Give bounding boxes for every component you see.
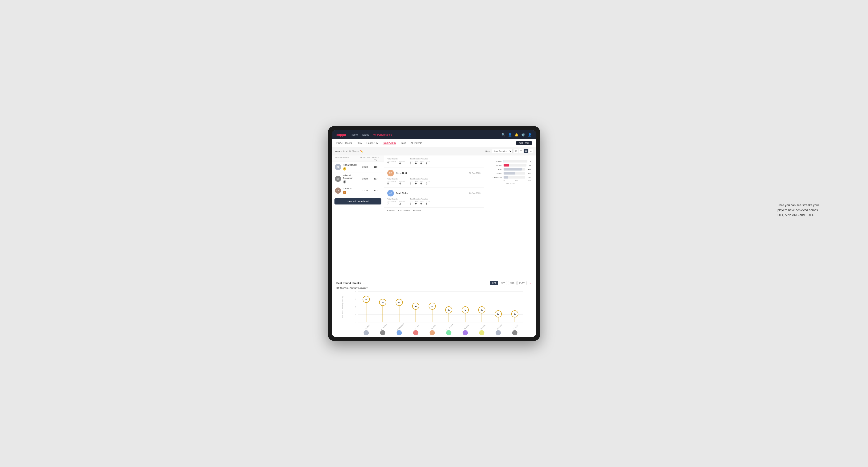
view-leaderboard-button[interactable]: View Full Leaderboard <box>335 198 381 205</box>
total-rounds-group: Total Rounds Tournament 7 Practice 6 <box>387 158 405 165</box>
svg-point-53 <box>413 330 418 335</box>
rees-name: Rees Britt <box>396 172 407 175</box>
bell-icon[interactable]: 🔔 <box>515 133 519 136</box>
ott-label: OTT <box>410 160 413 162</box>
col-name-header: PLAYER NAME <box>335 156 360 161</box>
svg-text:2: 2 <box>355 313 356 316</box>
pars-track <box>503 168 525 170</box>
nav-all-players[interactable]: All Players <box>410 142 422 145</box>
app-value: 0 <box>415 162 418 165</box>
player-row[interactable]: RB Richard Butler 1 19/20 110 <box>332 162 384 173</box>
tablet-frame: clippd Home Teams My Performance 🔍 👤 🔔 ⚙… <box>328 126 540 341</box>
nav-icons: 🔍 👤 🔔 ⚙️ 👤 <box>501 133 532 136</box>
svg-text:4x: 4x <box>481 309 483 311</box>
player-score-1: 19/20 <box>360 165 370 168</box>
svg-text:0: 0 <box>355 321 356 323</box>
chart-bar-bogeys: Bogeys 311 <box>489 172 531 175</box>
nav-pga[interactable]: PGA <box>356 142 362 145</box>
show-label: Show <box>486 150 490 152</box>
avatar-icon[interactable]: 👤 <box>528 133 532 136</box>
subtitle-bold: Off The Tee <box>336 287 348 289</box>
team-title-label: Team Clippd <box>335 150 347 153</box>
practice-activities-group: Total Practice Activities OTT 0 APP 0 <box>410 158 430 165</box>
player-score-3: 17/20 <box>360 189 370 192</box>
svg-text:3x: 3x <box>514 313 516 315</box>
nav-link-teams[interactable]: Teams <box>362 133 369 136</box>
tournament-label: Tournament <box>387 160 396 162</box>
add-team-button[interactable]: Add Team <box>516 141 532 145</box>
svg-text:6x: 6x <box>398 302 400 304</box>
streaks-header-left: Best Round Streaks ← <box>336 281 366 285</box>
nav-team-clippd[interactable]: Team Clippd <box>382 141 396 145</box>
show-select[interactable]: Last 3 months Last 6 months Last year <box>492 149 513 153</box>
grid-view-btn[interactable]: ⊞ <box>514 149 518 153</box>
search-icon[interactable]: 🔍 <box>501 133 505 136</box>
filter-app[interactable]: APP <box>499 281 507 285</box>
player-info-2: Edward Crossman 2 <box>343 174 360 184</box>
app-logo: clippd <box>336 133 346 136</box>
svg-text:6x: 6x <box>382 302 384 304</box>
svg-text:D. Ford: D. Ford <box>464 324 469 330</box>
person-icon[interactable]: 👤 <box>508 133 512 136</box>
eagles-fill <box>503 160 504 162</box>
nav-link-home[interactable]: Home <box>351 133 358 136</box>
birdies-label: Birdies <box>489 164 502 166</box>
svg-text:8: 8 <box>355 290 356 293</box>
chart-x-axis: 0 200 400 <box>489 180 531 181</box>
putt-value: 1 <box>426 162 430 165</box>
filter-ott[interactable]: OTT <box>490 281 498 285</box>
josh-name: Josh Coles <box>396 192 408 195</box>
svg-text:D. Billingham: D. Billingham <box>397 323 405 331</box>
pars-fill <box>503 168 522 170</box>
bogeys-label: Bogeys <box>489 172 502 174</box>
y-axis-wrapper: Best Streak, Fairway Accuracy <box>336 291 348 322</box>
list-view-btn[interactable]: ☰ <box>519 149 523 153</box>
right-panel: Eagles 3 Birdies 96 <box>484 155 536 278</box>
svg-text:M. Miller: M. Miller <box>480 324 486 330</box>
tablet-screen: clippd Home Teams My Performance 🔍 👤 🔔 ⚙… <box>332 130 536 337</box>
svg-text:J. Coles: J. Coles <box>414 324 420 330</box>
svg-text:C. Quick: C. Quick <box>513 324 519 330</box>
svg-point-54 <box>430 330 435 335</box>
birdies-value: 96 <box>529 164 531 166</box>
chart-bar-eagles: Eagles 3 <box>489 160 531 162</box>
svg-text:B. McHerg: B. McHerg <box>381 323 388 331</box>
dbogeys-label: D. Bogeys + <box>489 176 502 178</box>
nav-tour[interactable]: Tour <box>401 142 406 145</box>
secondary-nav: PGAT Players PGA Hcaps 1-5 Team Clippd T… <box>332 139 536 147</box>
player-row[interactable]: CA Cameron... 3 17/20 103 <box>332 185 384 196</box>
nav-links: Home Teams My Performance <box>351 133 497 136</box>
player-avg-1: 110 <box>370 165 381 168</box>
x-label-400: 400 <box>528 180 531 181</box>
svg-text:3x: 3x <box>497 313 499 315</box>
chart-bar-dbogeys: D. Bogeys + 131 <box>489 176 531 179</box>
streaks-title: Best Round Streaks <box>336 282 361 284</box>
summary-card: Total Rounds Tournament 7 Practice 6 <box>384 155 484 167</box>
chart-subtitle: Off The Tee , Fairway Accuracy <box>336 287 532 289</box>
arg-value: 0 <box>420 162 424 165</box>
filter-arg[interactable]: ARG <box>508 281 516 285</box>
col-pb-score-header: PB SCORE <box>360 156 370 161</box>
subtitle-regular: , Fairway Accuracy <box>348 287 368 289</box>
chart-view-btn[interactable]: ▦ <box>524 149 528 153</box>
player-avg-3: 103 <box>370 189 381 192</box>
player-badge-2: 2 <box>343 180 346 184</box>
svg-text:7x: 7x <box>365 299 367 301</box>
table-view-btn[interactable]: ≡ <box>529 149 533 153</box>
arrow-right-icon: → <box>528 281 532 285</box>
settings-icon[interactable]: ⚙️ <box>521 133 525 136</box>
eagles-track <box>503 160 527 162</box>
practice-activities-label: Total Practice Activities <box>410 158 430 160</box>
svg-text:6: 6 <box>355 298 356 300</box>
player-name-3: Cameron... <box>343 187 360 190</box>
nav-hcaps[interactable]: Hcaps 1-5 <box>367 142 378 145</box>
nav-pgat[interactable]: PGAT Players <box>336 142 352 145</box>
arg-label: ARG <box>420 160 424 162</box>
player-row[interactable]: EC Edward Crossman 2 18/20 107 <box>332 173 384 186</box>
arrow-left-icon: ← <box>363 281 366 285</box>
filter-putt[interactable]: PUTT <box>517 281 527 285</box>
edit-team-icon[interactable]: ✏️ <box>360 150 363 153</box>
dbogeys-value: 131 <box>528 176 531 178</box>
nav-link-my-performance[interactable]: My Performance <box>373 133 392 136</box>
chart-container: Eagles 3 Birdies 96 <box>486 158 533 186</box>
